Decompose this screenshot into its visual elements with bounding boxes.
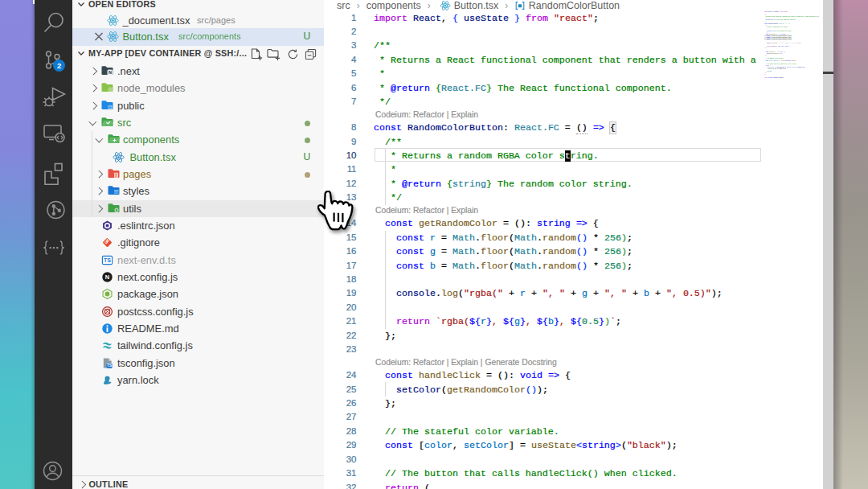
svg-text:TS: TS [104,257,111,263]
svg-text:N: N [105,273,109,281]
svg-text:TS: TS [107,364,113,368]
svg-text:N: N [108,70,112,75]
